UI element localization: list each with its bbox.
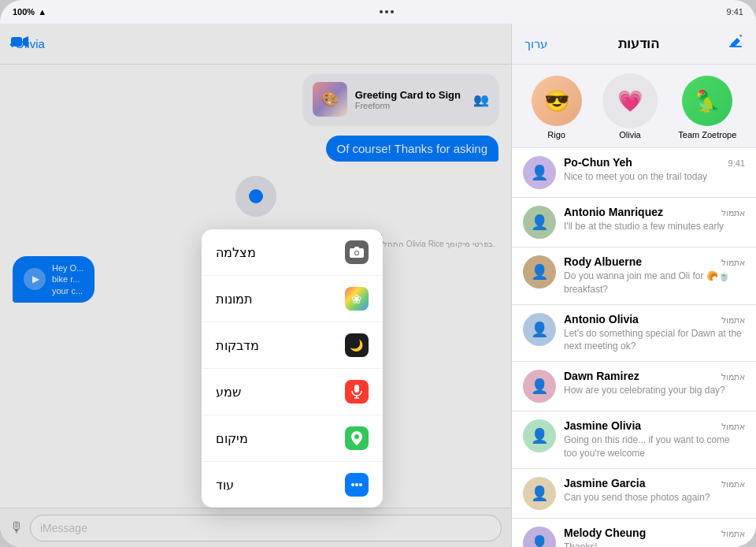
svg-point-7 bbox=[354, 434, 359, 439]
msg-preview: How are you celebrating your big day? bbox=[564, 384, 745, 397]
list-item[interactable]: 👤 Jasmine Garcia אתמול Can you send thos… bbox=[512, 469, 756, 519]
msg-top-row: Jasmine Olivia אתמול bbox=[564, 419, 745, 432]
message-content: Melody Cheung אתמול Thanks! bbox=[564, 527, 745, 547]
message-content: Jasmine Olivia אתמול Going on this ride.… bbox=[564, 419, 745, 460]
avatar: 👤 bbox=[523, 370, 556, 403]
message-list: 👤 Po-Chun Yeh 9:41 Nice to meet you on t… bbox=[512, 147, 756, 547]
wifi-icon: ▲ bbox=[38, 7, 46, 17]
sender-name: Antonio Olivia bbox=[564, 313, 639, 326]
msg-preview: Let's do something special for Dawn at t… bbox=[564, 327, 745, 354]
audio-label: שמע bbox=[216, 385, 241, 400]
sender-name: Jasmine Garcia bbox=[564, 477, 646, 489]
stickers-label: מדבקות bbox=[216, 338, 259, 353]
more-icon bbox=[345, 473, 369, 497]
msg-time: אתמול bbox=[721, 529, 745, 539]
status-left: 100% ▲ bbox=[13, 7, 46, 17]
status-time: 9:41 bbox=[727, 7, 743, 17]
more-label: עוד bbox=[216, 478, 234, 493]
pinned-contacts: 😎 Rigo 💗 Olivia 🦜 Team Zoetrope bbox=[512, 65, 756, 147]
audio-icon bbox=[345, 380, 369, 404]
contact-name-olivia: Olivia bbox=[619, 130, 641, 140]
avatar-olivia: 💗 bbox=[605, 76, 655, 126]
popup-item-more[interactable]: עוד bbox=[202, 462, 383, 508]
status-bar: 100% ▲ 9:41 bbox=[0, 0, 756, 24]
list-title: הודעות bbox=[618, 35, 659, 52]
sender-name: Melody Cheung bbox=[564, 527, 646, 539]
avatar-rigo: 😎 bbox=[532, 76, 582, 126]
list-header: ערוך הודעות bbox=[512, 24, 756, 65]
message-content: Antonio Olivia אתמול Let's do something … bbox=[564, 313, 745, 354]
msg-time: אתמול bbox=[721, 422, 745, 432]
sender-name: Dawn Ramirez bbox=[564, 370, 639, 382]
dot2 bbox=[385, 10, 388, 13]
msg-time: אתמול bbox=[721, 372, 745, 382]
popup-item-camera[interactable]: מצלמה bbox=[202, 229, 383, 276]
message-content: Po-Chun Yeh 9:41 Nice to meet you on the… bbox=[564, 156, 745, 184]
popup-item-stickers[interactable]: מדבקות 🌙 bbox=[202, 322, 383, 369]
msg-time: 9:41 bbox=[728, 158, 745, 168]
list-item[interactable]: 👤 Antonio Olivia אתמול Let's do somethin… bbox=[512, 305, 756, 363]
pinned-contact-olivia[interactable]: 💗 Olivia bbox=[605, 76, 655, 140]
list-item[interactable]: 👤 Rody Albuerne אתמול Do you wanna join … bbox=[512, 247, 756, 305]
sender-name: Jasmine Olivia bbox=[564, 419, 641, 432]
dot1 bbox=[380, 10, 383, 13]
svg-rect-4 bbox=[354, 385, 359, 393]
list-item[interactable]: 👤 Melody Cheung אתמול Thanks! bbox=[512, 519, 756, 547]
location-label: מיקום bbox=[216, 431, 248, 446]
main-content: ‹ Olivia 🎨 Greeting Card to Sign Freefor… bbox=[0, 0, 756, 547]
pinned-contact-rigo[interactable]: 😎 Rigo bbox=[532, 76, 582, 140]
msg-preview: Nice to meet you on the trail today bbox=[564, 170, 745, 184]
msg-top-row: Antonio Olivia אתמול bbox=[564, 313, 745, 326]
msg-time: אתמול bbox=[721, 258, 745, 268]
msg-preview: Do you wanna join me and Oli for 🥐🍵 brea… bbox=[564, 270, 745, 296]
avatar: 👤 bbox=[523, 206, 556, 239]
pinned-contact-team[interactable]: 🦜 Team Zoetrope bbox=[678, 76, 736, 140]
list-item[interactable]: 👤 Antonio Manriquez אתמול I'll be at the… bbox=[512, 198, 756, 247]
list-item[interactable]: 👤 Dawn Ramirez אתמול How are you celebra… bbox=[512, 362, 756, 411]
camera-label: מצלמה bbox=[216, 245, 256, 260]
popup-item-photos[interactable]: תמונות ❀ bbox=[202, 276, 383, 322]
message-content: Dawn Ramirez אתמול How are you celebrati… bbox=[564, 370, 745, 397]
battery-text: 100% bbox=[13, 7, 35, 17]
msg-time: אתמול bbox=[721, 208, 745, 218]
compose-button[interactable] bbox=[729, 35, 743, 53]
msg-preview: Going on this ride... if you want to com… bbox=[564, 434, 745, 460]
msg-time: אתמול bbox=[721, 479, 745, 489]
msg-top-row: Jasmine Garcia אתמול bbox=[564, 477, 745, 489]
popup-item-location[interactable]: מיקום bbox=[202, 415, 383, 462]
svg-point-9 bbox=[355, 483, 358, 486]
status-center bbox=[380, 10, 394, 13]
photos-label: תמונות bbox=[216, 292, 253, 307]
list-item[interactable]: 👤 Po-Chun Yeh 9:41 Nice to meet you on t… bbox=[512, 147, 756, 198]
avatar: 👤 bbox=[523, 313, 556, 346]
message-content: Antonio Manriquez אתמול I'll be at the s… bbox=[564, 206, 745, 233]
avatar-team: 🦜 bbox=[682, 76, 732, 126]
msg-top-row: Rody Albuerne אתמול bbox=[564, 255, 745, 268]
avatar: 👤 bbox=[523, 527, 556, 547]
msg-top-row: Dawn Ramirez אתמול bbox=[564, 370, 745, 382]
avatar: 👤 bbox=[523, 255, 556, 288]
sender-name: Antonio Manriquez bbox=[564, 206, 663, 218]
svg-point-3 bbox=[355, 251, 358, 255]
moon-icon: 🌙 bbox=[345, 333, 369, 357]
popup-item-audio[interactable]: שמע bbox=[202, 369, 383, 415]
popup-menu: מצלמה תמונות ❀ bbox=[202, 229, 383, 508]
location-icon bbox=[345, 426, 369, 450]
dot3 bbox=[391, 10, 394, 13]
camera-icon bbox=[345, 240, 369, 264]
messages-panel: ‹ Olivia 🎨 Greeting Card to Sign Freefor… bbox=[0, 24, 512, 547]
edit-button[interactable]: ערוך bbox=[524, 37, 547, 51]
message-content: Rody Albuerne אתמול Do you wanna join me… bbox=[564, 255, 745, 296]
avatar: 👤 bbox=[523, 156, 556, 189]
list-item[interactable]: 👤 Jasmine Olivia אתמול Going on this rid… bbox=[512, 411, 756, 469]
msg-top-row: Po-Chun Yeh 9:41 bbox=[564, 156, 745, 169]
msg-preview: Can you send those photos again? bbox=[564, 491, 745, 504]
sender-name: Rody Albuerne bbox=[564, 255, 642, 268]
msg-preview: Thanks! bbox=[564, 541, 745, 547]
msg-top-row: Melody Cheung אתמול bbox=[564, 527, 745, 539]
avatar: 👤 bbox=[523, 419, 556, 452]
contact-name-rigo: Rigo bbox=[547, 130, 565, 140]
sender-name: Po-Chun Yeh bbox=[564, 156, 632, 169]
photos-icon: ❀ bbox=[345, 287, 369, 311]
messages-list-panel: ערוך הודעות 😎 Rigo bbox=[512, 24, 756, 547]
